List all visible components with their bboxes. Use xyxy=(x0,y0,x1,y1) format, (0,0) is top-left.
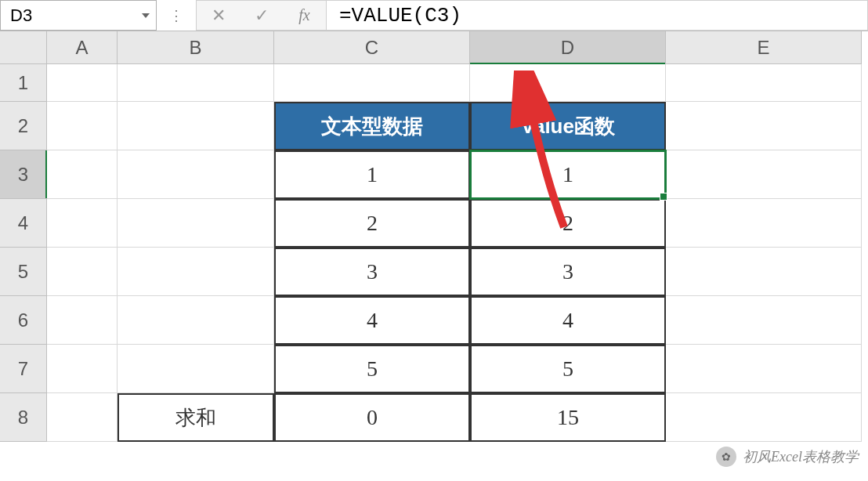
cell-d4[interactable]: 2 xyxy=(470,199,666,248)
cell-b7[interactable] xyxy=(118,345,274,393)
cell-a7[interactable] xyxy=(47,345,118,393)
cell-a1[interactable] xyxy=(47,64,118,102)
cell-b2[interactable] xyxy=(118,102,274,150)
cell-b1[interactable] xyxy=(118,64,274,102)
cell-a3[interactable] xyxy=(47,150,118,199)
cell-e2[interactable] xyxy=(666,102,862,150)
wechat-icon: ✿ xyxy=(716,447,736,467)
row-header-6[interactable]: 6 xyxy=(0,296,47,345)
cancel-icon[interactable]: ✕ xyxy=(197,5,240,26)
row-header-8[interactable]: 8 xyxy=(0,393,47,442)
cell-b4[interactable] xyxy=(118,199,274,248)
cell-e1[interactable] xyxy=(666,64,862,102)
cell-d3[interactable]: 1 xyxy=(470,150,666,199)
name-box[interactable]: D3 xyxy=(0,0,157,31)
cell-e7[interactable] xyxy=(666,345,862,393)
watermark: ✿ 初风Excel表格教学 xyxy=(716,447,859,467)
cell-e8[interactable] xyxy=(666,393,862,442)
cell-d6[interactable]: 4 xyxy=(470,296,666,345)
cell-a5[interactable] xyxy=(47,248,118,296)
cell-d5[interactable]: 3 xyxy=(470,248,666,296)
cell-b3[interactable] xyxy=(118,150,274,199)
cell-b8[interactable]: 求和 xyxy=(118,393,274,442)
cell-c6[interactable]: 4 xyxy=(274,296,470,345)
cell-c1[interactable] xyxy=(274,64,470,102)
row-header-2[interactable]: 2 xyxy=(0,102,47,150)
cell-e6[interactable] xyxy=(666,296,862,345)
col-header-d[interactable]: D xyxy=(470,31,666,64)
row-header-4[interactable]: 4 xyxy=(0,199,47,248)
formula-bar-buttons: ✕ ✓ fx xyxy=(196,0,326,31)
spreadsheet-grid[interactable]: A B C D E 1 2 文本型数据 Value函数 3 1 1 4 2 2 … xyxy=(0,31,868,442)
row-header-3[interactable]: 3 xyxy=(0,150,47,199)
cell-a6[interactable] xyxy=(47,296,118,345)
col-header-a[interactable]: A xyxy=(47,31,118,64)
row-header-1[interactable]: 1 xyxy=(0,64,47,102)
cell-c3[interactable]: 1 xyxy=(274,150,470,199)
cell-a4[interactable] xyxy=(47,199,118,248)
cell-e4[interactable] xyxy=(666,199,862,248)
cell-e3[interactable] xyxy=(666,150,862,199)
watermark-text: 初风Excel表格教学 xyxy=(743,447,859,466)
col-header-e[interactable]: E xyxy=(666,31,862,64)
formula-text: =VALUE(C3) xyxy=(339,4,461,27)
cell-c7[interactable]: 5 xyxy=(274,345,470,393)
formula-input[interactable]: =VALUE(C3) xyxy=(326,0,868,31)
fx-icon[interactable]: fx xyxy=(283,6,326,24)
select-all-corner[interactable] xyxy=(0,31,47,64)
cell-a8[interactable] xyxy=(47,393,118,442)
cell-d2[interactable]: Value函数 xyxy=(470,102,666,150)
formula-bar-divider: ⋮ xyxy=(157,0,196,31)
col-header-b[interactable]: B xyxy=(118,31,274,64)
cell-a2[interactable] xyxy=(47,102,118,150)
name-box-value: D3 xyxy=(10,5,32,26)
row-header-7[interactable]: 7 xyxy=(0,345,47,393)
cell-b5[interactable] xyxy=(118,248,274,296)
cell-e5[interactable] xyxy=(666,248,862,296)
cell-d1[interactable] xyxy=(470,64,666,102)
cell-d8[interactable]: 15 xyxy=(470,393,666,442)
cell-c2[interactable]: 文本型数据 xyxy=(274,102,470,150)
confirm-icon[interactable]: ✓ xyxy=(240,5,283,26)
cell-c5[interactable]: 3 xyxy=(274,248,470,296)
cell-d7[interactable]: 5 xyxy=(470,345,666,393)
col-header-c[interactable]: C xyxy=(274,31,470,64)
cell-b6[interactable] xyxy=(118,296,274,345)
cell-c8[interactable]: 0 xyxy=(274,393,470,442)
name-box-dropdown-icon[interactable] xyxy=(142,13,150,18)
formula-bar: D3 ⋮ ✕ ✓ fx =VALUE(C3) xyxy=(0,0,868,31)
row-header-5[interactable]: 5 xyxy=(0,248,47,296)
cell-c4[interactable]: 2 xyxy=(274,199,470,248)
